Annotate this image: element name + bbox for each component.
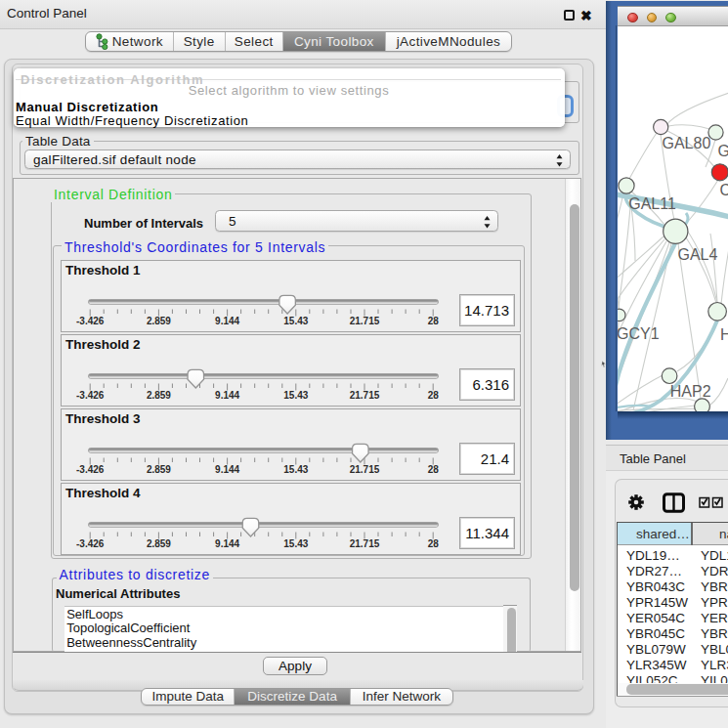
svg-text:-3.426: -3.426 <box>76 389 105 400</box>
svg-text:28: 28 <box>428 315 440 325</box>
svg-text:HAP2: HAP2 <box>669 383 710 400</box>
svg-text:GA: GA <box>717 143 728 159</box>
svg-text:15.43: 15.43 <box>283 315 308 325</box>
svg-text:28: 28 <box>428 389 440 400</box>
svg-text:28: 28 <box>428 537 440 548</box>
svg-text:-3.426: -3.426 <box>76 463 105 474</box>
svg-text:-3.426: -3.426 <box>76 537 105 548</box>
svg-text:28: 28 <box>428 463 440 474</box>
svg-text:2.859: 2.859 <box>147 537 171 548</box>
svg-text:9.144: 9.144 <box>215 463 239 474</box>
svg-text:15.43: 15.43 <box>283 389 308 400</box>
svg-text:21.715: 21.715 <box>350 315 380 325</box>
svg-text:21.715: 21.715 <box>350 389 380 400</box>
svg-text:9.144: 9.144 <box>215 315 239 325</box>
svg-text:21.715: 21.715 <box>350 537 380 548</box>
svg-text:21.715: 21.715 <box>350 463 380 474</box>
svg-text:C: C <box>719 182 728 198</box>
svg-text:GAL11: GAL11 <box>628 195 676 212</box>
svg-text:9.144: 9.144 <box>215 389 239 400</box>
svg-text:GAL80: GAL80 <box>662 135 710 151</box>
svg-text:15.43: 15.43 <box>283 537 308 548</box>
svg-text:GCY1: GCY1 <box>618 325 660 342</box>
svg-text:H: H <box>720 326 728 343</box>
svg-text:2.859: 2.859 <box>147 389 171 400</box>
svg-text:9.144: 9.144 <box>215 537 239 548</box>
svg-text:2.859: 2.859 <box>147 315 171 325</box>
svg-text:15.43: 15.43 <box>283 463 308 474</box>
svg-text:GAL4: GAL4 <box>677 246 717 263</box>
svg-text:-3.426: -3.426 <box>76 315 105 325</box>
svg-text:2.859: 2.859 <box>147 463 171 474</box>
